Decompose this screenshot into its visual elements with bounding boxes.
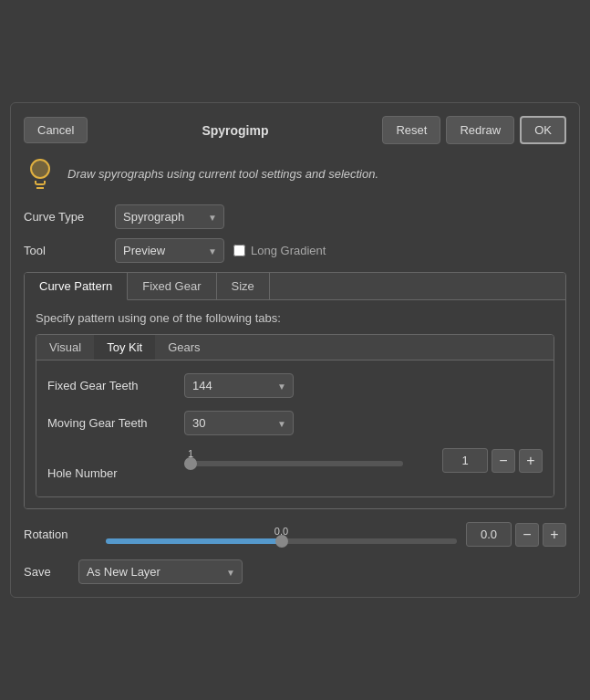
redraw-button[interactable]: Redraw [446, 116, 514, 144]
tab-fixed-gear[interactable]: Fixed Gear [128, 273, 216, 299]
tool-select[interactable]: Preview Pencil Paintbrush Airbrush [115, 238, 224, 263]
long-gradient-label: Long Gradient [233, 244, 326, 257]
bulb-circle [30, 159, 50, 179]
bulb-icon [24, 157, 57, 190]
info-bar: Draw spyrographs using current tool sett… [24, 157, 566, 190]
hole-number-input[interactable] [442, 448, 488, 473]
rotation-slider-wrapper: 0.0 [106, 526, 457, 544]
app-title: Spyrogimp [202, 123, 268, 138]
toolbar-right: Reset Redraw OK [382, 116, 566, 144]
rotation-increment-button[interactable]: + [543, 523, 566, 547]
fixed-gear-select-wrapper: 24364860 7296120144 180240 ▼ [184, 373, 294, 398]
info-text: Draw spyrographs using current tool sett… [67, 167, 378, 181]
inner-tab-bar: Visual Toy Kit Gears [36, 335, 554, 360]
fixed-gear-select[interactable]: 24364860 7296120144 180240 [184, 373, 294, 398]
curve-pattern-content: Specify pattern using one of the followi… [25, 300, 565, 508]
hole-slider-wrapper: 1 [184, 448, 433, 466]
fixed-gear-row: Fixed Gear Teeth 24364860 7296120144 180… [47, 373, 543, 398]
toy-kit-content: Fixed Gear Teeth 24364860 7296120144 180… [36, 360, 554, 496]
hole-number-label: Hole Number [47, 466, 175, 480]
main-window: Cancel Spyrogimp Reset Redraw OK Draw sp… [10, 102, 580, 598]
ok-button[interactable]: OK [520, 116, 566, 144]
hole-increment-button[interactable]: + [519, 449, 543, 473]
moving-gear-label: Moving Gear Teeth [47, 416, 175, 430]
save-select-wrapper: As New Layer In Place (Flatten) New Imag… [78, 559, 243, 584]
save-label: Save [24, 565, 69, 579]
rotation-section: Rotation 0.0 − + [24, 522, 566, 547]
save-row: Save As New Layer In Place (Flatten) New… [24, 559, 566, 584]
tab-gears[interactable]: Gears [155, 335, 212, 360]
curve-type-label: Curve Type [24, 210, 106, 224]
save-select[interactable]: As New Layer In Place (Flatten) New Imag… [78, 559, 243, 584]
tab-visual[interactable]: Visual [36, 335, 94, 360]
bulb-base [35, 181, 46, 185]
moving-gear-row: Moving Gear Teeth 681012 16202428 303236… [47, 411, 543, 435]
specify-text: Specify pattern using one of the followi… [36, 311, 554, 325]
rotation-slider[interactable] [106, 538, 457, 544]
moving-gear-select[interactable]: 681012 16202428 30323640 48 [184, 411, 294, 435]
hole-number-row: Hole Number 1 − + [47, 448, 543, 480]
toolbar: Cancel Spyrogimp Reset Redraw OK [24, 116, 566, 144]
rotation-input[interactable] [466, 522, 512, 547]
tab-toy-kit[interactable]: Toy Kit [94, 335, 155, 360]
tool-label: Tool [24, 244, 106, 257]
outer-tabs-container: Curve Pattern Fixed Gear Size Specify pa… [24, 272, 566, 509]
hole-decrement-button[interactable]: − [492, 449, 515, 473]
tool-row: Tool Preview Pencil Paintbrush Airbrush … [24, 238, 566, 263]
moving-gear-select-wrapper: 681012 16202428 30323640 48 ▼ [184, 411, 294, 435]
hole-number-slider[interactable] [184, 461, 403, 466]
reset-button[interactable]: Reset [382, 116, 440, 144]
rotation-row: Rotation 0.0 − + [24, 522, 566, 547]
curve-type-row: Curve Type Spyrograph Epitrochoid Sin Cu… [24, 204, 566, 229]
long-gradient-checkbox[interactable] [233, 245, 245, 256]
tool-select-wrapper: Preview Pencil Paintbrush Airbrush ▼ [115, 238, 224, 263]
hole-stepper: − + [442, 448, 543, 473]
bulb-pin [36, 186, 44, 189]
curve-type-select-wrapper: Spyrograph Epitrochoid Sin Curve Lissajo… [115, 204, 224, 229]
cancel-button[interactable]: Cancel [24, 117, 88, 143]
fixed-gear-label: Fixed Gear Teeth [47, 379, 175, 392]
tab-size[interactable]: Size [217, 273, 270, 299]
rotation-label: Rotation [24, 528, 97, 541]
rotation-stepper: − + [466, 522, 566, 547]
inner-tabs-container: Visual Toy Kit Gears Fixed Gear Teeth 24… [36, 334, 554, 497]
tab-curve-pattern[interactable]: Curve Pattern [25, 273, 128, 300]
rotation-decrement-button[interactable]: − [515, 523, 539, 547]
long-gradient-text: Long Gradient [251, 244, 326, 257]
curve-type-select[interactable]: Spyrograph Epitrochoid Sin Curve Lissajo… [115, 204, 224, 229]
outer-tab-bar: Curve Pattern Fixed Gear Size [25, 273, 565, 300]
